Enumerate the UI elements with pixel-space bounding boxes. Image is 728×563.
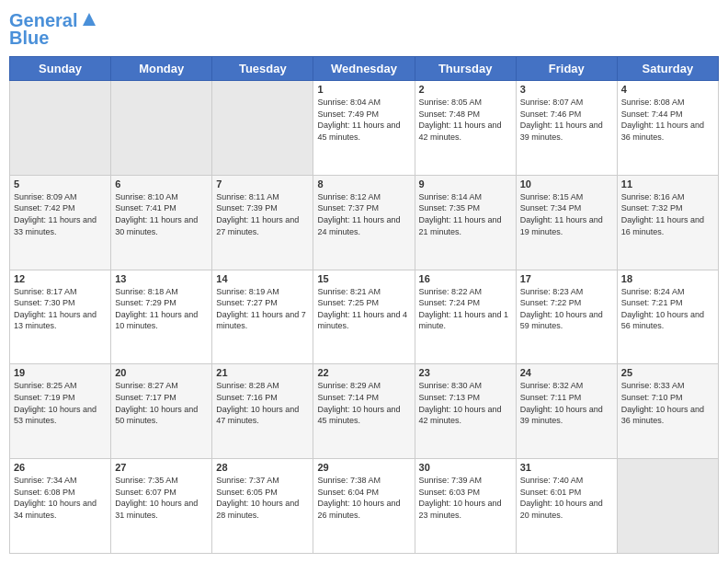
day-number: 14 [216,273,309,284]
calendar-cell: 5Sunrise: 8:09 AM Sunset: 7:42 PM Daylig… [10,175,111,270]
week-row-5: 26Sunrise: 7:34 AM Sunset: 6:08 PM Dayli… [10,459,719,554]
calendar-table: SundayMondayTuesdayWednesdayThursdayFrid… [9,56,719,554]
day-info: Sunrise: 8:29 AM Sunset: 7:14 PM Dayligh… [317,380,410,426]
day-info: Sunrise: 8:04 AM Sunset: 7:49 PM Dayligh… [317,97,410,143]
calendar-cell: 28Sunrise: 7:37 AM Sunset: 6:05 PM Dayli… [212,459,313,554]
day-info: Sunrise: 8:12 AM Sunset: 7:37 PM Dayligh… [317,191,410,237]
day-number: 21 [216,367,309,378]
day-number: 1 [317,84,410,95]
calendar-cell: 2Sunrise: 8:05 AM Sunset: 7:48 PM Daylig… [415,81,516,176]
calendar-cell: 1Sunrise: 8:04 AM Sunset: 7:49 PM Daylig… [313,81,415,176]
calendar-cell: 27Sunrise: 7:35 AM Sunset: 6:07 PM Dayli… [111,459,212,554]
day-number: 31 [520,462,613,473]
calendar-cell: 8Sunrise: 8:12 AM Sunset: 7:37 PM Daylig… [313,175,415,270]
day-number: 8 [317,178,410,190]
day-info: Sunrise: 8:18 AM Sunset: 7:29 PM Dayligh… [115,286,208,332]
day-number: 23 [419,367,512,378]
calendar-cell [212,81,313,176]
day-number: 5 [14,178,107,190]
weekday-header-row: SundayMondayTuesdayWednesdayThursdayFrid… [10,57,719,81]
day-number: 6 [115,178,208,190]
calendar-cell: 30Sunrise: 7:39 AM Sunset: 6:03 PM Dayli… [415,459,516,554]
day-number: 11 [621,178,714,190]
day-number: 15 [317,273,410,284]
weekday-header-friday: Friday [516,57,617,81]
calendar-cell: 6Sunrise: 8:10 AM Sunset: 7:41 PM Daylig… [111,175,212,270]
week-row-3: 12Sunrise: 8:17 AM Sunset: 7:30 PM Dayli… [10,270,719,364]
day-number: 26 [14,462,107,473]
day-number: 9 [419,178,512,190]
day-info: Sunrise: 8:05 AM Sunset: 7:48 PM Dayligh… [419,97,512,143]
day-info: Sunrise: 8:33 AM Sunset: 7:10 PM Dayligh… [621,380,714,426]
day-info: Sunrise: 8:24 AM Sunset: 7:21 PM Dayligh… [621,286,714,332]
day-info: Sunrise: 8:28 AM Sunset: 7:16 PM Dayligh… [216,380,309,426]
day-number: 16 [419,273,512,284]
week-row-2: 5Sunrise: 8:09 AM Sunset: 7:42 PM Daylig… [10,175,719,270]
day-info: Sunrise: 8:32 AM Sunset: 7:11 PM Dayligh… [520,380,613,426]
calendar-cell: 26Sunrise: 7:34 AM Sunset: 6:08 PM Dayli… [10,459,111,554]
day-info: Sunrise: 8:16 AM Sunset: 7:32 PM Dayligh… [621,191,714,237]
day-info: Sunrise: 8:17 AM Sunset: 7:30 PM Dayligh… [14,286,107,332]
day-number: 7 [216,178,309,190]
header: General Blue [9,9,719,49]
day-info: Sunrise: 8:19 AM Sunset: 7:27 PM Dayligh… [216,286,309,332]
day-number: 20 [115,367,208,378]
day-info: Sunrise: 8:14 AM Sunset: 7:35 PM Dayligh… [419,191,512,237]
weekday-header-monday: Monday [111,57,212,81]
day-info: Sunrise: 8:22 AM Sunset: 7:24 PM Dayligh… [419,286,512,332]
day-info: Sunrise: 7:39 AM Sunset: 6:03 PM Dayligh… [419,475,512,521]
weekday-header-thursday: Thursday [415,57,516,81]
calendar-cell: 19Sunrise: 8:25 AM Sunset: 7:19 PM Dayli… [10,364,111,459]
day-number: 17 [520,273,613,284]
calendar-cell: 15Sunrise: 8:21 AM Sunset: 7:25 PM Dayli… [313,270,415,364]
logo-blue: Blue [9,28,49,49]
calendar-cell: 24Sunrise: 8:32 AM Sunset: 7:11 PM Dayli… [516,364,617,459]
day-number: 12 [14,273,107,284]
day-info: Sunrise: 7:35 AM Sunset: 6:07 PM Dayligh… [115,475,208,521]
calendar-cell: 31Sunrise: 7:40 AM Sunset: 6:01 PM Dayli… [516,459,617,554]
day-info: Sunrise: 8:30 AM Sunset: 7:13 PM Dayligh… [419,380,512,426]
calendar-cell: 10Sunrise: 8:15 AM Sunset: 7:34 PM Dayli… [516,175,617,270]
calendar-cell [10,81,111,176]
svg-marker-0 [83,13,96,26]
day-info: Sunrise: 7:38 AM Sunset: 6:04 PM Dayligh… [317,475,410,521]
logo: General Blue [9,9,99,49]
weekday-header-tuesday: Tuesday [212,57,313,81]
day-number: 29 [317,462,410,473]
calendar-cell: 7Sunrise: 8:11 AM Sunset: 7:39 PM Daylig… [212,175,313,270]
weekday-header-saturday: Saturday [617,57,718,81]
day-info: Sunrise: 7:37 AM Sunset: 6:05 PM Dayligh… [216,475,309,521]
calendar-cell: 29Sunrise: 7:38 AM Sunset: 6:04 PM Dayli… [313,459,415,554]
calendar-cell: 20Sunrise: 8:27 AM Sunset: 7:17 PM Dayli… [111,364,212,459]
day-info: Sunrise: 8:25 AM Sunset: 7:19 PM Dayligh… [14,380,107,426]
day-info: Sunrise: 8:08 AM Sunset: 7:44 PM Dayligh… [621,97,714,143]
day-number: 25 [621,367,714,378]
day-number: 3 [520,84,613,95]
calendar-cell [617,459,718,554]
calendar-cell: 9Sunrise: 8:14 AM Sunset: 7:35 PM Daylig… [415,175,516,270]
calendar-cell: 12Sunrise: 8:17 AM Sunset: 7:30 PM Dayli… [10,270,111,364]
day-info: Sunrise: 8:23 AM Sunset: 7:22 PM Dayligh… [520,286,613,332]
week-row-4: 19Sunrise: 8:25 AM Sunset: 7:19 PM Dayli… [10,364,719,459]
calendar-cell: 16Sunrise: 8:22 AM Sunset: 7:24 PM Dayli… [415,270,516,364]
calendar-cell: 23Sunrise: 8:30 AM Sunset: 7:13 PM Dayli… [415,364,516,459]
calendar-cell: 18Sunrise: 8:24 AM Sunset: 7:21 PM Dayli… [617,270,718,364]
day-info: Sunrise: 8:27 AM Sunset: 7:17 PM Dayligh… [115,380,208,426]
day-info: Sunrise: 8:10 AM Sunset: 7:41 PM Dayligh… [115,191,208,237]
calendar-cell: 22Sunrise: 8:29 AM Sunset: 7:14 PM Dayli… [313,364,415,459]
logo-icon [79,9,99,29]
calendar-cell [111,81,212,176]
calendar-cell: 4Sunrise: 8:08 AM Sunset: 7:44 PM Daylig… [617,81,718,176]
day-number: 28 [216,462,309,473]
calendar-cell: 3Sunrise: 8:07 AM Sunset: 7:46 PM Daylig… [516,81,617,176]
week-row-1: 1Sunrise: 8:04 AM Sunset: 7:49 PM Daylig… [10,81,719,176]
calendar-cell: 17Sunrise: 8:23 AM Sunset: 7:22 PM Dayli… [516,270,617,364]
page: General Blue SundayMondayTuesdayWednesda… [0,0,728,563]
weekday-header-sunday: Sunday [10,57,111,81]
day-number: 22 [317,367,410,378]
day-number: 13 [115,273,208,284]
calendar-cell: 11Sunrise: 8:16 AM Sunset: 7:32 PM Dayli… [617,175,718,270]
day-number: 19 [14,367,107,378]
day-number: 27 [115,462,208,473]
day-number: 4 [621,84,714,95]
